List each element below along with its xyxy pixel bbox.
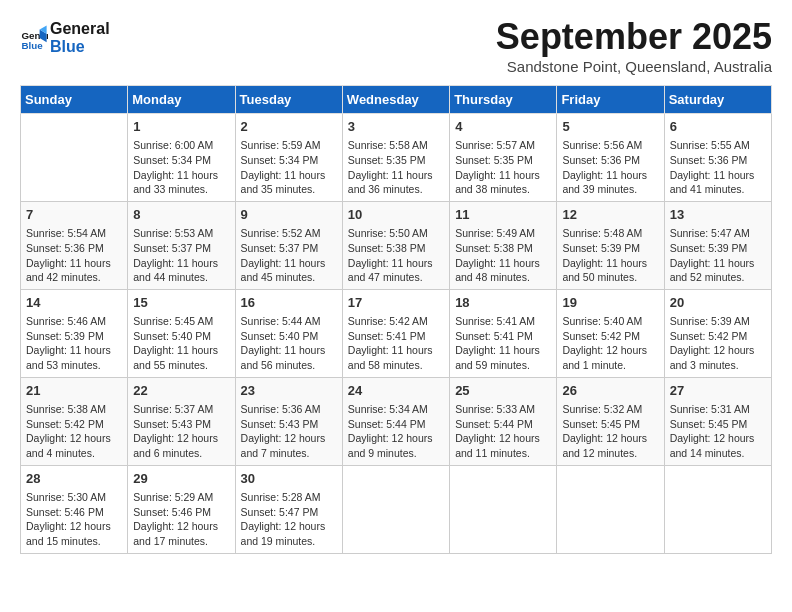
day-info-line: Sunset: 5:43 PM xyxy=(133,417,229,432)
day-number: 11 xyxy=(455,206,551,224)
day-info-line: Daylight: 12 hours xyxy=(26,431,122,446)
day-info-line: Sunset: 5:35 PM xyxy=(455,153,551,168)
day-number: 7 xyxy=(26,206,122,224)
day-info-line: Sunset: 5:41 PM xyxy=(455,329,551,344)
calendar-cell: 3Sunrise: 5:58 AMSunset: 5:35 PMDaylight… xyxy=(342,114,449,202)
day-info-line: and 3 minutes. xyxy=(670,358,766,373)
calendar-cell: 13Sunrise: 5:47 AMSunset: 5:39 PMDayligh… xyxy=(664,201,771,289)
day-info-line: Daylight: 11 hours xyxy=(26,256,122,271)
day-number: 29 xyxy=(133,470,229,488)
day-info-line: Sunset: 5:39 PM xyxy=(670,241,766,256)
day-info-line: and 39 minutes. xyxy=(562,182,658,197)
day-info-line: Sunrise: 6:00 AM xyxy=(133,138,229,153)
day-info-line: Sunset: 5:36 PM xyxy=(26,241,122,256)
day-info-line: Sunset: 5:36 PM xyxy=(670,153,766,168)
calendar-cell: 11Sunrise: 5:49 AMSunset: 5:38 PMDayligh… xyxy=(450,201,557,289)
svg-text:Blue: Blue xyxy=(21,40,43,51)
day-info-line: Sunset: 5:45 PM xyxy=(562,417,658,432)
day-number: 5 xyxy=(562,118,658,136)
calendar-cell: 10Sunrise: 5:50 AMSunset: 5:38 PMDayligh… xyxy=(342,201,449,289)
day-info-line: Sunset: 5:34 PM xyxy=(133,153,229,168)
calendar-week-2: 7Sunrise: 5:54 AMSunset: 5:36 PMDaylight… xyxy=(21,201,772,289)
calendar-week-1: 1Sunrise: 6:00 AMSunset: 5:34 PMDaylight… xyxy=(21,114,772,202)
day-number: 26 xyxy=(562,382,658,400)
day-info-line: Sunset: 5:34 PM xyxy=(241,153,337,168)
day-info-line: Sunset: 5:46 PM xyxy=(133,505,229,520)
calendar-cell: 22Sunrise: 5:37 AMSunset: 5:43 PMDayligh… xyxy=(128,377,235,465)
day-info-line: Sunset: 5:43 PM xyxy=(241,417,337,432)
calendar-week-3: 14Sunrise: 5:46 AMSunset: 5:39 PMDayligh… xyxy=(21,289,772,377)
day-number: 13 xyxy=(670,206,766,224)
calendar-cell xyxy=(21,114,128,202)
day-info-line: and 56 minutes. xyxy=(241,358,337,373)
day-info-line: and 45 minutes. xyxy=(241,270,337,285)
day-number: 14 xyxy=(26,294,122,312)
day-info-line: Daylight: 11 hours xyxy=(455,168,551,183)
day-number: 12 xyxy=(562,206,658,224)
day-info-line: Sunset: 5:38 PM xyxy=(455,241,551,256)
day-number: 16 xyxy=(241,294,337,312)
day-info-line: Daylight: 12 hours xyxy=(133,519,229,534)
calendar-week-4: 21Sunrise: 5:38 AMSunset: 5:42 PMDayligh… xyxy=(21,377,772,465)
day-number: 17 xyxy=(348,294,444,312)
day-info-line: Sunset: 5:42 PM xyxy=(26,417,122,432)
day-info-line: Daylight: 11 hours xyxy=(241,256,337,271)
day-info-line: and 42 minutes. xyxy=(26,270,122,285)
day-info-line: Sunrise: 5:33 AM xyxy=(455,402,551,417)
day-info-line: Sunrise: 5:31 AM xyxy=(670,402,766,417)
calendar-cell: 20Sunrise: 5:39 AMSunset: 5:42 PMDayligh… xyxy=(664,289,771,377)
day-info-line: Daylight: 12 hours xyxy=(26,519,122,534)
day-info-line: Sunset: 5:41 PM xyxy=(348,329,444,344)
logo-blue: Blue xyxy=(50,38,85,55)
day-number: 4 xyxy=(455,118,551,136)
day-info-line: Daylight: 12 hours xyxy=(670,343,766,358)
logo-general: General xyxy=(50,20,110,37)
day-info-line: and 14 minutes. xyxy=(670,446,766,461)
day-info-line: Daylight: 12 hours xyxy=(455,431,551,446)
calendar-cell: 1Sunrise: 6:00 AMSunset: 5:34 PMDaylight… xyxy=(128,114,235,202)
day-info-line: Sunset: 5:39 PM xyxy=(562,241,658,256)
day-info-line: Sunset: 5:42 PM xyxy=(562,329,658,344)
day-number: 23 xyxy=(241,382,337,400)
day-info-line: Sunset: 5:44 PM xyxy=(455,417,551,432)
day-info-line: Daylight: 11 hours xyxy=(670,168,766,183)
day-number: 15 xyxy=(133,294,229,312)
day-info-line: and 48 minutes. xyxy=(455,270,551,285)
day-number: 8 xyxy=(133,206,229,224)
col-header-tuesday: Tuesday xyxy=(235,86,342,114)
day-info-line: Daylight: 11 hours xyxy=(562,256,658,271)
day-number: 9 xyxy=(241,206,337,224)
day-number: 20 xyxy=(670,294,766,312)
calendar-cell xyxy=(664,465,771,553)
calendar-cell xyxy=(557,465,664,553)
day-number: 21 xyxy=(26,382,122,400)
calendar-cell: 14Sunrise: 5:46 AMSunset: 5:39 PMDayligh… xyxy=(21,289,128,377)
day-info-line: Sunset: 5:40 PM xyxy=(133,329,229,344)
day-info-line: and 15 minutes. xyxy=(26,534,122,549)
logo-icon: General Blue xyxy=(20,24,48,52)
day-info-line: and 58 minutes. xyxy=(348,358,444,373)
calendar-cell: 12Sunrise: 5:48 AMSunset: 5:39 PMDayligh… xyxy=(557,201,664,289)
day-info-line: Daylight: 11 hours xyxy=(670,256,766,271)
day-info-line: Sunrise: 5:53 AM xyxy=(133,226,229,241)
day-info-line: Sunset: 5:36 PM xyxy=(562,153,658,168)
col-header-sunday: Sunday xyxy=(21,86,128,114)
day-info-line: and 12 minutes. xyxy=(562,446,658,461)
calendar-cell: 6Sunrise: 5:55 AMSunset: 5:36 PMDaylight… xyxy=(664,114,771,202)
day-number: 30 xyxy=(241,470,337,488)
day-number: 27 xyxy=(670,382,766,400)
calendar-cell: 26Sunrise: 5:32 AMSunset: 5:45 PMDayligh… xyxy=(557,377,664,465)
day-info-line: Daylight: 12 hours xyxy=(241,519,337,534)
calendar-cell xyxy=(450,465,557,553)
location-subtitle: Sandstone Point, Queensland, Australia xyxy=(496,58,772,75)
day-info-line: Sunset: 5:44 PM xyxy=(348,417,444,432)
title-area: September 2025 Sandstone Point, Queensla… xyxy=(496,16,772,75)
calendar-cell: 8Sunrise: 5:53 AMSunset: 5:37 PMDaylight… xyxy=(128,201,235,289)
day-info-line: and 36 minutes. xyxy=(348,182,444,197)
day-info-line: and 50 minutes. xyxy=(562,270,658,285)
day-info-line: Daylight: 11 hours xyxy=(241,343,337,358)
calendar-cell: 9Sunrise: 5:52 AMSunset: 5:37 PMDaylight… xyxy=(235,201,342,289)
day-info-line: Sunrise: 5:50 AM xyxy=(348,226,444,241)
day-info-line: Sunset: 5:38 PM xyxy=(348,241,444,256)
day-info-line: Sunrise: 5:32 AM xyxy=(562,402,658,417)
